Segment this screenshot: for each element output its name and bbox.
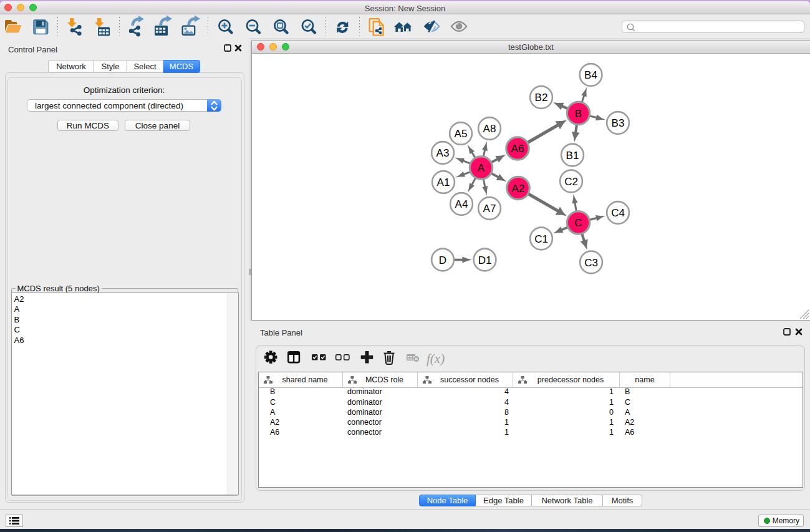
svg-text:D1: D1 xyxy=(478,254,492,266)
svg-text:C: C xyxy=(574,217,582,229)
svg-text:B3: B3 xyxy=(612,117,625,129)
svg-text:B4: B4 xyxy=(584,69,597,81)
svg-text:B1: B1 xyxy=(566,149,579,161)
svg-text:A1: A1 xyxy=(437,177,450,188)
svg-text:A6: A6 xyxy=(511,143,524,155)
svg-text:C1: C1 xyxy=(534,233,548,244)
svg-text:A: A xyxy=(478,162,485,174)
svg-text:A4: A4 xyxy=(455,198,468,210)
svg-text:A3: A3 xyxy=(436,147,450,159)
svg-text:D: D xyxy=(439,254,446,266)
svg-text:A7: A7 xyxy=(483,203,496,215)
svg-text:A8: A8 xyxy=(483,123,496,135)
svg-text:C3: C3 xyxy=(584,256,598,268)
svg-text:C2: C2 xyxy=(564,175,578,187)
svg-text:B: B xyxy=(575,107,582,119)
svg-text:C4: C4 xyxy=(611,207,625,219)
svg-text:f(x): f(x) xyxy=(427,351,445,366)
svg-text:A2: A2 xyxy=(512,182,525,194)
svg-text:A5: A5 xyxy=(455,128,468,140)
svg-text:B2: B2 xyxy=(535,92,548,104)
